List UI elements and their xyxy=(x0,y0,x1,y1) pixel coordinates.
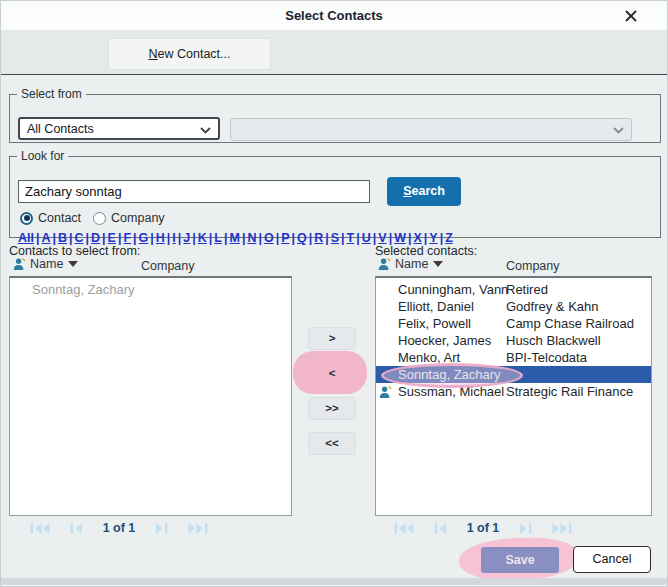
list-item[interactable]: Sonntag, Zachary xyxy=(376,366,651,383)
contact-person-icon xyxy=(379,385,393,399)
list-item[interactable]: Hoecker, JamesHusch Blackwell xyxy=(376,332,651,349)
alphabet-link-t[interactable]: T xyxy=(347,231,355,245)
right-name-column-header[interactable]: Name xyxy=(378,257,443,271)
alphabet-link-c[interactable]: C xyxy=(75,231,84,245)
last-page-icon[interactable] xyxy=(188,523,208,534)
look-for-legend: Look for xyxy=(17,149,68,163)
alphabet-link-x[interactable]: X xyxy=(413,231,421,245)
contact-company: BPI-Telcodata xyxy=(506,349,587,366)
separator: | xyxy=(192,231,196,245)
separator: | xyxy=(341,231,345,245)
right-pager: 1 of 1 xyxy=(373,518,593,538)
alphabet-link-s[interactable]: S xyxy=(331,231,339,245)
select-from-group: Select from All Contacts xyxy=(9,87,661,143)
separator: | xyxy=(150,231,154,245)
separator: | xyxy=(178,231,182,245)
alphabet-link-q[interactable]: Q xyxy=(297,231,307,245)
contact-company: Godfrey & Kahn xyxy=(506,298,599,315)
contact-name: Sonntag, Zachary xyxy=(398,366,501,383)
radio-company-label: Company xyxy=(111,211,165,225)
search-button[interactable]: Search xyxy=(387,177,461,206)
radio-company[interactable]: Company xyxy=(93,211,165,225)
move-all-left-button[interactable]: << xyxy=(308,432,356,455)
list-item[interactable]: Felix, PowellCamp Chase Railroad xyxy=(376,315,651,332)
list-item[interactable]: Sussman, MichaelStrategic Rail Finance xyxy=(376,383,651,400)
alphabet-link-y[interactable]: Y xyxy=(429,231,437,245)
move-left-button[interactable]: < xyxy=(308,362,356,385)
first-page-icon[interactable] xyxy=(394,523,414,534)
list-item[interactable]: Menko, ArtBPI-Telcodata xyxy=(376,349,651,366)
next-page-icon[interactable] xyxy=(155,523,168,534)
left-name-column-header[interactable]: Name xyxy=(13,257,78,271)
alphabet-link-d[interactable]: D xyxy=(91,231,100,245)
right-company-column-header[interactable]: Company xyxy=(506,259,560,273)
contact-name: Cunningham, Vann xyxy=(398,281,508,298)
left-company-column-header[interactable]: Company xyxy=(141,259,195,273)
right-name-header-label: Name xyxy=(395,257,428,271)
alphabet-link-u[interactable]: U xyxy=(362,231,371,245)
chevron-down-icon xyxy=(200,127,211,134)
alphabet-link-p[interactable]: P xyxy=(281,231,289,245)
search-type-radios: Contact Company xyxy=(20,211,165,225)
last-page-icon[interactable] xyxy=(552,523,572,534)
search-label: earch xyxy=(411,184,444,198)
alphabet-link-h[interactable]: H xyxy=(156,231,165,245)
next-page-icon[interactable] xyxy=(519,523,532,534)
move-right-button[interactable]: > xyxy=(308,327,356,350)
contacts-to-select-list[interactable]: Sonntag, Zachary xyxy=(9,276,292,516)
alphabet-link-v[interactable]: V xyxy=(378,231,386,245)
alphabet-link-m[interactable]: M xyxy=(229,231,239,245)
alphabet-link-j[interactable]: J xyxy=(183,231,190,245)
previous-page-icon[interactable] xyxy=(434,523,447,534)
contact-company: Retired xyxy=(506,281,548,298)
alphabet-link-n[interactable]: N xyxy=(247,231,256,245)
list-item[interactable]: Sonntag, Zachary xyxy=(10,281,291,298)
search-input[interactable] xyxy=(18,180,370,203)
alphabet-link-o[interactable]: O xyxy=(264,231,274,245)
save-button[interactable]: Save xyxy=(481,547,559,573)
radio-contact-label: Contact xyxy=(38,211,81,225)
contact-name: Elliott, Daniel xyxy=(398,298,474,315)
alphabet-link-i[interactable]: I xyxy=(172,231,175,245)
selected-contacts-list[interactable]: Cunningham, VannRetiredElliott, DanielGo… xyxy=(375,276,652,516)
alphabet-link-k[interactable]: K xyxy=(198,231,207,245)
radio-contact-control[interactable] xyxy=(20,212,33,225)
right-panel-label: Selected contacts: xyxy=(375,244,477,258)
previous-page-icon[interactable] xyxy=(70,523,83,534)
alphabet-link-a[interactable]: A xyxy=(41,231,50,245)
list-item[interactable]: Elliott, DanielGodfrey & Kahn xyxy=(376,298,651,315)
new-contact-button[interactable]: New Contact... xyxy=(108,38,271,70)
alphabet-link-r[interactable]: R xyxy=(314,231,323,245)
dialog-bottom-edge xyxy=(1,578,667,585)
new-contact-label: ew Contact... xyxy=(158,47,231,61)
separator: | xyxy=(408,231,412,245)
alphabet-link-b[interactable]: B xyxy=(58,231,67,245)
separator: | xyxy=(424,231,428,245)
alphabet-link-z[interactable]: Z xyxy=(445,231,453,245)
alphabet-link-g[interactable]: G xyxy=(139,231,149,245)
alphabet-link-all[interactable]: All xyxy=(18,231,34,245)
cancel-button[interactable]: Cancel xyxy=(573,546,651,573)
separator: | xyxy=(373,231,377,245)
separator: | xyxy=(86,231,90,245)
separator: | xyxy=(389,231,393,245)
contact-source-dropdown[interactable]: All Contacts xyxy=(18,117,220,140)
contact-person-icon xyxy=(378,257,392,271)
list-item[interactable]: Cunningham, VannRetired xyxy=(376,281,651,298)
separator: | xyxy=(209,231,213,245)
alphabet-link-f[interactable]: F xyxy=(123,231,131,245)
alphabet-link-e[interactable]: E xyxy=(108,231,116,245)
first-page-icon[interactable] xyxy=(30,523,50,534)
right-page-count: 1 of 1 xyxy=(467,521,500,535)
separator: | xyxy=(118,231,122,245)
radio-company-control[interactable] xyxy=(93,212,106,225)
radio-contact[interactable]: Contact xyxy=(20,211,81,225)
close-icon[interactable] xyxy=(622,7,640,25)
contact-company: Camp Chase Railroad xyxy=(506,315,634,332)
alphabet-link-w[interactable]: W xyxy=(394,231,406,245)
secondary-dropdown[interactable] xyxy=(230,118,632,141)
contact-name: Felix, Powell xyxy=(398,315,471,332)
move-all-right-button[interactable]: >> xyxy=(308,397,356,420)
alphabet-link-l[interactable]: L xyxy=(214,231,222,245)
separator: | xyxy=(242,231,246,245)
